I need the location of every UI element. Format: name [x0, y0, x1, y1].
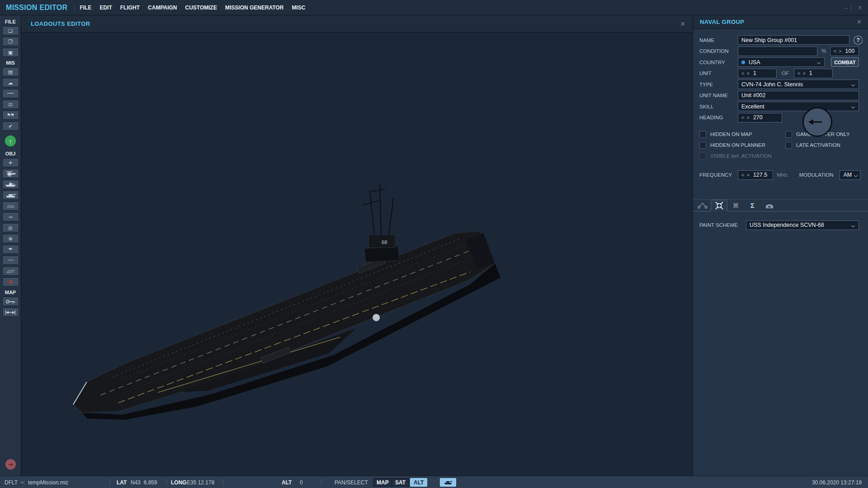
map-key-button[interactable]	[2, 297, 19, 306]
naval-group-close-icon[interactable]: ✕	[857, 19, 862, 25]
exit-button[interactable]: ⇥	[5, 459, 16, 469]
type-value: CVN-74 John C. Stennis	[741, 81, 803, 88]
checkbox-icon[interactable]	[785, 131, 792, 138]
carrier-island: 68	[362, 184, 399, 262]
weather-icon: ☁	[8, 79, 13, 87]
checkmark-icon: ✔	[8, 122, 12, 130]
frequency-spinner[interactable]: < > 127.5	[738, 170, 773, 180]
menu-customize[interactable]: CUSTOMIZE	[183, 5, 220, 11]
spin-right-icon[interactable]: >	[746, 115, 749, 120]
heading-arrow-icon	[804, 108, 831, 136]
goals-flags-button[interactable]: ⚑⚑	[2, 111, 19, 120]
ruler-icon	[5, 310, 16, 315]
spin-right-icon[interactable]: >	[802, 71, 805, 76]
save-mission-button[interactable]: ▣	[2, 48, 19, 57]
hidden-on-map-label: HIDDEN ON MAP	[710, 131, 752, 137]
menu-misc[interactable]: MISC	[289, 5, 308, 11]
mode-indicator: PAN/SELECT	[335, 476, 368, 488]
skill-dropdown[interactable]: Excellent	[738, 102, 859, 111]
briefing-button[interactable]: ▤	[2, 67, 19, 76]
alt-view-button[interactable]: ALT	[410, 478, 427, 487]
minimize-icon[interactable]: –	[845, 0, 848, 15]
hidden-on-map-checkbox[interactable]: HIDDEN ON MAP	[699, 131, 785, 138]
condition-label: CONDITION	[699, 48, 738, 54]
add-vehicle-button[interactable]	[2, 191, 19, 200]
checkbox-icon[interactable]	[699, 142, 706, 149]
triggers-button[interactable]: ⊶⊷	[2, 89, 19, 98]
checkbox-icon[interactable]	[699, 131, 706, 138]
tab-summary[interactable]: Σ	[744, 200, 761, 211]
tab-command[interactable]: ⌘	[727, 200, 744, 211]
up-arrow-icon: ↑	[9, 137, 12, 145]
close-window-icon[interactable]: ✕	[857, 0, 863, 15]
spin-left-icon[interactable]: <	[741, 71, 744, 76]
status-divider	[223, 479, 223, 486]
delete-object-button[interactable]: ✖	[2, 277, 19, 286]
tab-unit[interactable]	[711, 200, 727, 211]
open-mission-button[interactable]: ❐	[2, 37, 19, 46]
lat-value: N43 6.859	[131, 476, 157, 488]
add-aircraft-button[interactable]: ✈	[2, 158, 19, 167]
menu-flight[interactable]: FLIGHT	[118, 5, 142, 11]
drawing-tools-button[interactable]: △◇□	[2, 267, 19, 276]
templates-button[interactable]: ○○○	[2, 256, 19, 265]
spin-left-icon[interactable]: <	[797, 71, 800, 76]
late-activation-checkbox[interactable]: LATE ACTIVATION	[785, 142, 863, 149]
weather-button[interactable]: ☁	[2, 78, 19, 87]
country-dropdown[interactable]: USA	[738, 57, 825, 67]
modulation-dropdown[interactable]: AM	[840, 170, 860, 180]
help-button[interactable]: ?	[854, 36, 863, 45]
tab-hangar[interactable]	[761, 200, 778, 211]
new-mission-button[interactable]: ❏	[2, 26, 19, 35]
heading-spinner[interactable]: < > 270	[738, 113, 782, 122]
spin-left-icon[interactable]: <	[834, 49, 836, 54]
trigger-zone-button[interactable]: ◎	[2, 223, 19, 232]
heading-dial[interactable]	[802, 107, 832, 137]
status-divider	[321, 479, 321, 486]
lat-label: LAT	[117, 476, 127, 488]
alt-value: 0	[300, 476, 303, 488]
checkbox-icon[interactable]	[785, 142, 792, 149]
group-name-input[interactable]	[738, 35, 849, 45]
show-units-toggle[interactable]	[440, 478, 456, 487]
top-menu-bar: MISSION EDITOR FILE EDIT FLIGHT CAMPAIGN…	[0, 0, 868, 15]
menu-file[interactable]: FILE	[77, 5, 94, 11]
condition-spinner[interactable]: < > 100	[830, 47, 859, 56]
spin-left-icon[interactable]: <	[741, 173, 744, 178]
hidden-on-planner-label: HIDDEN ON PLANNER	[710, 142, 765, 148]
condition-spinner-value: 100	[845, 48, 855, 54]
route-tool-button[interactable]: ⊸	[2, 212, 19, 221]
sat-view-button[interactable]: SAT	[392, 478, 409, 487]
condition-input[interactable]	[738, 47, 817, 56]
add-troops-button[interactable]: ☂	[2, 245, 19, 254]
unit-count-spinner[interactable]: < > 1	[738, 69, 777, 78]
loadouts-close-icon[interactable]: ✕	[680, 20, 685, 28]
add-static-object-button[interactable]: △△△	[2, 202, 19, 211]
menu-campaign[interactable]: CAMPAIGN	[145, 5, 179, 11]
unit-total-spinner[interactable]: < > 1	[794, 69, 833, 78]
spin-right-icon[interactable]: >	[746, 173, 749, 178]
validate-mission-button[interactable]: ✔	[2, 122, 19, 131]
add-ship-button[interactable]	[2, 180, 19, 189]
menu-mission-generator[interactable]: MISSION GENERATOR	[222, 5, 287, 11]
type-dropdown[interactable]: CVN-74 John C. Stennis	[738, 80, 859, 89]
paint-scheme-dropdown[interactable]: USS Independence SCVN-68	[746, 221, 859, 230]
unit-frame-icon	[715, 202, 723, 210]
tab-route[interactable]	[694, 200, 711, 211]
map-view-button[interactable]: MAP	[373, 478, 392, 487]
profile-dropdown[interactable]: DFLT	[5, 476, 24, 488]
start-mission-button[interactable]: ↑	[5, 135, 16, 147]
spin-right-icon[interactable]: >	[839, 49, 841, 54]
hidden-on-planner-checkbox[interactable]: HIDDEN ON PLANNER	[699, 142, 785, 149]
spin-left-icon[interactable]: <	[741, 115, 744, 120]
menu-edit[interactable]: EDIT	[97, 5, 114, 11]
dead-zone-button[interactable]: ⊗	[2, 234, 19, 243]
unit-name-input[interactable]	[738, 91, 859, 100]
mission-options-button[interactable]: ⊡	[2, 100, 19, 109]
left-toolbar: FILE ❏ ❐ ▣ MIS ▤ ☁ ⊶⊷ ⊡ ⚑⚑ ✔ ↑ OBJ ✈	[0, 15, 21, 476]
3d-scene[interactable]: 68	[21, 33, 693, 476]
spin-right-icon[interactable]: >	[746, 71, 749, 76]
add-helicopter-button[interactable]	[2, 169, 19, 178]
combat-button[interactable]: COMBAT	[831, 57, 859, 67]
distance-tool-button[interactable]	[2, 308, 19, 317]
